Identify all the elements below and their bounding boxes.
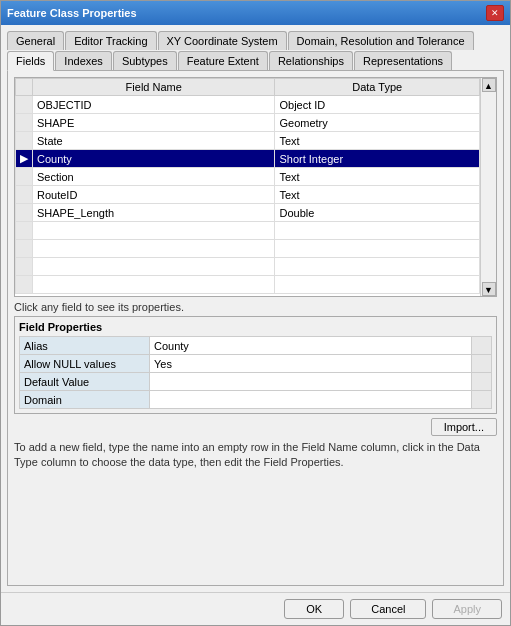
field-prop-value[interactable]: County — [150, 337, 472, 355]
tab-feature-extent[interactable]: Feature Extent — [178, 51, 268, 70]
field-properties-table: AliasCountyAllow NULL valuesYesDefault V… — [19, 336, 492, 409]
field-prop-row: Domain — [20, 391, 492, 409]
window-title: Feature Class Properties — [7, 7, 137, 19]
row-indicator — [16, 132, 33, 150]
field-name-cell[interactable]: SHAPE_Length — [33, 204, 275, 222]
click-hint: Click any field to see its properties. — [14, 301, 497, 313]
row-indicator — [16, 258, 33, 276]
field-name-cell[interactable]: Section — [33, 168, 275, 186]
field-table: Field Name Data Type OBJECTIDObject IDSH… — [15, 78, 480, 294]
field-prop-key: Alias — [20, 337, 150, 355]
scroll-up-btn[interactable]: ▲ — [482, 78, 496, 92]
table-scrollbar[interactable]: ▲ ▼ — [480, 78, 496, 296]
tab-indexes[interactable]: Indexes — [55, 51, 112, 70]
import-row: Import... — [14, 418, 497, 436]
data-type-cell[interactable] — [275, 258, 480, 276]
table-row[interactable]: StateText — [16, 132, 480, 150]
ok-button[interactable]: OK — [284, 599, 344, 619]
row-indicator — [16, 114, 33, 132]
bottom-hint: To add a new field, type the name into a… — [14, 440, 497, 471]
field-table-inner: Field Name Data Type OBJECTIDObject IDSH… — [15, 78, 480, 296]
row-indicator — [16, 204, 33, 222]
field-prop-key: Domain — [20, 391, 150, 409]
tab-representations[interactable]: Representations — [354, 51, 452, 70]
field-name-cell[interactable] — [33, 240, 275, 258]
data-type-cell[interactable] — [275, 240, 480, 258]
row-indicator — [16, 276, 33, 294]
field-name-cell[interactable]: SHAPE — [33, 114, 275, 132]
table-row[interactable]: SectionText — [16, 168, 480, 186]
data-type-header: Data Type — [275, 79, 480, 96]
data-type-cell[interactable]: Text — [275, 132, 480, 150]
import-button[interactable]: Import... — [431, 418, 497, 436]
tab-editor-tracking[interactable]: Editor Tracking — [65, 31, 156, 50]
tab-row-2: Fields Indexes Subtypes Feature Extent R… — [7, 51, 504, 70]
field-prop-row: Default Value — [20, 373, 492, 391]
tab-xy-coordinate[interactable]: XY Coordinate System — [158, 31, 287, 50]
field-prop-extra — [472, 337, 492, 355]
field-properties-group: Field Properties AliasCountyAllow NULL v… — [14, 316, 497, 414]
field-name-cell[interactable] — [33, 222, 275, 240]
table-row[interactable]: SHAPE_LengthDouble — [16, 204, 480, 222]
table-row[interactable]: SHAPEGeometry — [16, 114, 480, 132]
row-indicator — [16, 222, 33, 240]
title-bar: Feature Class Properties ✕ — [1, 1, 510, 25]
table-row[interactable] — [16, 276, 480, 294]
row-indicator — [16, 240, 33, 258]
field-prop-extra — [472, 373, 492, 391]
data-type-cell[interactable]: Text — [275, 168, 480, 186]
field-prop-row: AliasCounty — [20, 337, 492, 355]
field-prop-key: Allow NULL values — [20, 355, 150, 373]
data-type-cell[interactable]: Object ID — [275, 96, 480, 114]
title-bar-controls: ✕ — [486, 5, 504, 21]
dialog-content: General Editor Tracking XY Coordinate Sy… — [1, 25, 510, 592]
data-type-cell[interactable]: Geometry — [275, 114, 480, 132]
apply-button[interactable]: Apply — [432, 599, 502, 619]
row-indicator — [16, 168, 33, 186]
data-type-cell[interactable] — [275, 222, 480, 240]
scroll-down-btn[interactable]: ▼ — [482, 282, 496, 296]
data-type-cell[interactable]: Short Integer — [275, 150, 480, 168]
field-name-cell[interactable] — [33, 258, 275, 276]
table-row[interactable] — [16, 222, 480, 240]
tab-general[interactable]: General — [7, 31, 64, 50]
field-prop-row: Allow NULL valuesYes — [20, 355, 492, 373]
field-prop-value[interactable] — [150, 391, 472, 409]
tab-subtypes[interactable]: Subtypes — [113, 51, 177, 70]
cancel-button[interactable]: Cancel — [350, 599, 426, 619]
indicator-header — [16, 79, 33, 96]
table-row[interactable]: OBJECTIDObject ID — [16, 96, 480, 114]
close-button[interactable]: ✕ — [486, 5, 504, 21]
table-row[interactable]: RouteIDText — [16, 186, 480, 204]
field-prop-extra — [472, 391, 492, 409]
field-table-container: Field Name Data Type OBJECTIDObject IDSH… — [14, 77, 497, 297]
data-type-cell[interactable]: Double — [275, 204, 480, 222]
row-indicator — [16, 96, 33, 114]
field-name-cell[interactable]: State — [33, 132, 275, 150]
table-row[interactable]: ▶CountyShort Integer — [16, 150, 480, 168]
table-row[interactable] — [16, 258, 480, 276]
data-type-cell[interactable] — [275, 276, 480, 294]
field-prop-extra — [472, 355, 492, 373]
row-indicator — [16, 186, 33, 204]
tab-domain-resolution[interactable]: Domain, Resolution and Tolerance — [288, 31, 474, 50]
field-prop-value[interactable]: Yes — [150, 355, 472, 373]
field-name-cell[interactable]: County — [33, 150, 275, 168]
feature-class-properties-window: Feature Class Properties ✕ General Edito… — [0, 0, 511, 626]
data-type-cell[interactable]: Text — [275, 186, 480, 204]
row-indicator: ▶ — [16, 150, 33, 168]
field-name-header: Field Name — [33, 79, 275, 96]
tab-row-1: General Editor Tracking XY Coordinate Sy… — [7, 31, 504, 50]
field-properties-label: Field Properties — [19, 321, 492, 333]
table-row[interactable] — [16, 240, 480, 258]
bottom-bar: OK Cancel Apply — [1, 592, 510, 625]
tab-relationships[interactable]: Relationships — [269, 51, 353, 70]
field-prop-value[interactable] — [150, 373, 472, 391]
tab-fields[interactable]: Fields — [7, 51, 54, 71]
fields-tab-panel: Field Name Data Type OBJECTIDObject IDSH… — [7, 70, 504, 586]
field-name-cell[interactable]: RouteID — [33, 186, 275, 204]
field-name-cell[interactable]: OBJECTID — [33, 96, 275, 114]
field-name-cell[interactable] — [33, 276, 275, 294]
field-prop-key: Default Value — [20, 373, 150, 391]
